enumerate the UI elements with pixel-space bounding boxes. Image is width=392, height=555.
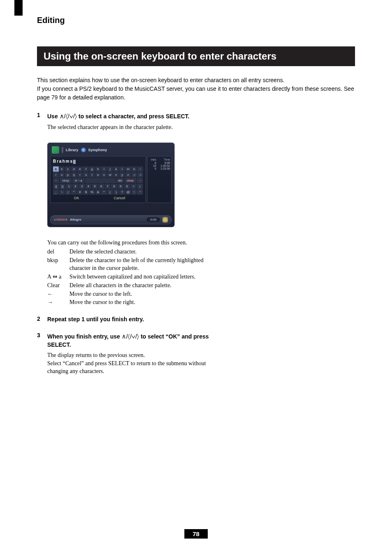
keyboard-row-5: _\|"'#$%&*()?@!^	[53, 189, 143, 195]
key: 2	[72, 184, 78, 189]
key: v	[101, 172, 107, 177]
key: r	[77, 172, 83, 177]
def-desc-left: Move the cursor to the left.	[69, 290, 210, 298]
key: %	[89, 189, 95, 195]
key: |	[137, 184, 143, 189]
key: u	[95, 172, 101, 177]
step-body-line-1: The display returns to the previous scre…	[47, 352, 145, 358]
key: e	[77, 166, 83, 172]
key: @	[125, 189, 131, 195]
section-tab	[14, 0, 23, 16]
key: !	[131, 189, 137, 195]
key: o	[59, 172, 65, 177]
key: →	[137, 178, 143, 183]
input-text: Brahms	[53, 159, 73, 164]
step-title: Repeat step 1 until you finish entry.	[47, 315, 210, 324]
definition-list: delDelete the selected character. bkspDe…	[47, 248, 210, 306]
key: clear	[124, 178, 136, 183]
section-heading: Using the on-screen keyboard to enter ch…	[37, 46, 355, 66]
step-body: The display returns to the previous scre…	[47, 351, 210, 375]
key: q	[71, 172, 77, 177]
step-number: 2	[37, 315, 42, 322]
procedures-intro: You can carry out the following procedur…	[47, 239, 210, 247]
cursor-icon	[73, 160, 76, 164]
intro-text: This section explains how to use the on-…	[37, 76, 355, 102]
keyboard-row-4: {[}]1234567890=|	[53, 184, 143, 189]
key: s	[83, 172, 89, 177]
key: f	[83, 166, 89, 172]
track-row: 51:33:50	[149, 167, 170, 170]
keyboard-row-3: ←bkspA↔a delclear→	[53, 178, 143, 183]
step-title: When you finish entry, use ∧/〈/∨/〉 to se…	[47, 332, 210, 349]
def-desc-bksp: Delete the character to the left of the …	[69, 257, 210, 272]
key: |	[65, 189, 71, 195]
key: b	[59, 166, 65, 172]
status-icon	[162, 217, 168, 223]
key: =	[131, 184, 137, 189]
intro-line-1: This section explains how to use the on-…	[37, 77, 284, 83]
key: t	[89, 172, 95, 177]
speaker-icon	[81, 147, 86, 152]
step-1: 1 Use ∧/〈/∨/〉 to select a character, and…	[37, 112, 210, 131]
input-display: Brahms	[53, 159, 143, 164]
brand-mark: ●YAMAHA	[54, 218, 67, 221]
key: w	[107, 172, 113, 177]
key: n	[131, 166, 137, 172]
step-title-part-b: to select a character, and press SELECT.	[77, 113, 189, 120]
key: $	[83, 189, 89, 195]
key: ^	[137, 189, 143, 195]
key: /	[53, 172, 59, 177]
key: 1	[66, 184, 72, 189]
def-desc-case: Switch between capitalized and non capit…	[69, 273, 210, 281]
breadcrumb-category: Symphony	[88, 148, 107, 152]
key: m	[125, 166, 131, 172]
key: "'	[71, 189, 77, 195]
page-content: Editing Using the on-screen keyboard to …	[0, 0, 392, 375]
col-tracks: inks	[149, 158, 156, 161]
key: 6	[98, 184, 104, 189]
step-3: 3 When you finish entry, use ∧/〈/∨/〉 to …	[37, 332, 210, 375]
key: p	[65, 172, 71, 177]
step-number: 1	[37, 112, 42, 118]
key: _	[53, 189, 59, 195]
def-desc-clear: Delete all characters in the character p…	[69, 282, 210, 290]
def-term-del: del	[47, 248, 66, 256]
track-panel: inksTime 00:00151:20:5251:33:50	[147, 156, 172, 203]
step-title-part-a: Use	[47, 113, 60, 120]
steps-column: 1 Use ∧/〈/∨/〉 to select a character, and…	[37, 112, 210, 375]
key: (	[107, 189, 113, 195]
key: &	[95, 189, 101, 195]
cancel-label: Cancel	[104, 196, 135, 200]
keyboard-panel: Brahms abcdefghijklmn~ /opqrstuvwxyz,<.>…	[50, 156, 146, 203]
key: }]	[60, 184, 66, 189]
step-title: Use ∧/〈/∨/〉 to select a character, and p…	[47, 112, 210, 121]
def-desc-right: Move the cursor to the right.	[69, 299, 210, 306]
key: A↔a	[72, 178, 85, 183]
step-body-line-2: Select “Cancel” and press SELECT to retu…	[47, 360, 206, 375]
def-term-case: A ⇔ a	[47, 273, 66, 281]
step-number: 3	[37, 332, 42, 339]
step-title-part-a: When you finish entry, use	[47, 333, 122, 340]
keyboard-row-1: abcdefghijklmn~	[53, 166, 143, 172]
step-2: 2 Repeat step 1 until you finish entry.	[37, 315, 210, 324]
key: h	[95, 166, 101, 172]
app-logo-icon	[52, 146, 59, 154]
key: 5	[92, 184, 98, 189]
key: 9	[118, 184, 124, 189]
page-number: 78	[184, 529, 208, 539]
track-row: 00:00	[149, 161, 170, 164]
key: ~	[137, 166, 143, 172]
dpad-icon: ∧/〈/∨/〉	[122, 333, 139, 340]
key: l	[119, 166, 125, 172]
dpad-icon: ∧/〈/∨/〉	[60, 113, 77, 120]
key: k	[113, 166, 119, 172]
key: c	[65, 166, 71, 172]
def-term-right: →	[47, 299, 66, 306]
col-time: Time	[156, 158, 170, 161]
key: g	[89, 166, 95, 172]
key: 7	[105, 184, 111, 189]
def-desc-del: Delete the selected character.	[69, 248, 210, 256]
elapsed-time: 0:00	[147, 217, 160, 222]
key: bksp	[60, 178, 72, 183]
key: 8	[111, 184, 117, 189]
